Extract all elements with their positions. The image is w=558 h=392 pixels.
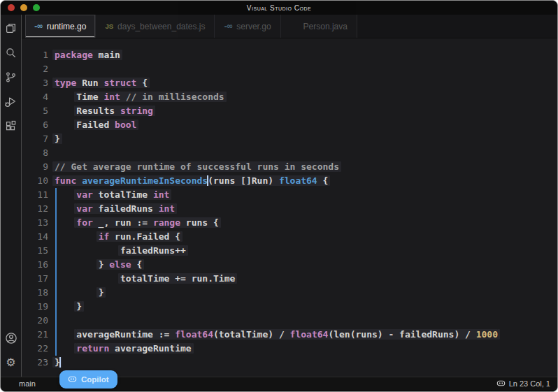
code-line[interactable]: 21 averageRuntime := float64(totalTime) … [22, 328, 557, 342]
code-line[interactable]: 15 failedRuns++ [22, 244, 557, 258]
java-file-icon [290, 22, 299, 31]
tab-bar: -∞runtime.goJSdays_between_dates.js-∞ser… [22, 15, 557, 38]
close-window-button[interactable] [8, 4, 15, 11]
line-number: 17 [22, 272, 48, 286]
copilot-icon [496, 379, 506, 389]
code-line[interactable]: 12 var failedRuns int [22, 202, 557, 216]
line-number: 22 [22, 342, 48, 356]
code-line[interactable]: 4 Time int // in milliseconds [22, 90, 557, 104]
tab-person-java[interactable]: Person.java [281, 15, 357, 38]
text-cursor [59, 357, 61, 368]
code-line[interactable]: 9// Get average runtime of successful ru… [22, 160, 557, 174]
explorer-icon [5, 22, 17, 34]
code-line[interactable]: 3type Run struct { [22, 76, 557, 90]
run-debug-icon [5, 96, 17, 108]
tab-runtime-go[interactable]: -∞runtime.go [25, 15, 96, 38]
code-line[interactable]: 13 for _, run := range runs { [22, 216, 557, 230]
line-number: 19 [22, 300, 48, 314]
line-number: 11 [22, 188, 48, 202]
copilot-icon [68, 375, 77, 385]
line-number: 12 [22, 202, 48, 216]
line-number: 13 [22, 216, 48, 230]
activity-account[interactable] [3, 330, 20, 347]
branch-label: main [19, 379, 36, 388]
search-icon [5, 47, 17, 59]
activity-explorer[interactable] [3, 20, 20, 36]
code-line[interactable]: 14 if run.Failed { [22, 230, 557, 244]
line-number: 18 [22, 286, 48, 300]
tab-label: runtime.go [47, 22, 87, 31]
activity-source-control[interactable] [3, 68, 20, 85]
code-line[interactable]: 1package main [22, 48, 557, 62]
line-number: 16 [22, 258, 48, 272]
tab-days-between-dates-js[interactable]: JSdays_between_dates.js [96, 15, 215, 38]
line-number: 20 [22, 314, 48, 328]
tab-label: days_between_dates.js [117, 22, 205, 31]
code-line[interactable]: 5 Results string [22, 104, 557, 118]
go-file-icon: -∞ [224, 22, 232, 31]
code-line[interactable]: 2 [22, 62, 557, 76]
tab-label: server.go [236, 22, 271, 31]
zoom-window-button[interactable] [33, 4, 40, 11]
code-editor[interactable]: 1package main23type Run struct {4 Time i… [22, 38, 557, 377]
line-number: 15 [22, 244, 48, 258]
line-number: 4 [22, 90, 48, 104]
js-file-icon: JS [105, 22, 113, 30]
copilot-status[interactable]: Ln 23 Col, 1 [496, 379, 550, 389]
window-title: Visual Studio Code [1, 4, 557, 12]
extensions-icon [5, 120, 17, 132]
vscode-window: Visual Studio Code ⚙ -∞runtime.goJSdays_… [0, 0, 558, 392]
copilot-badge[interactable]: Copilot [59, 370, 117, 389]
copilot-badge-label: Copilot [81, 375, 109, 384]
code-line[interactable]: 20 [22, 314, 557, 328]
cursor-position: Ln 23 Col, 1 [509, 379, 550, 388]
branch-status[interactable]: main [8, 379, 36, 389]
traffic-lights [8, 4, 40, 11]
active-indent-guide [55, 188, 57, 356]
line-number: 7 [22, 132, 48, 146]
line-number: 10 [22, 174, 48, 188]
code-line[interactable]: 11 var totalTime int [22, 188, 557, 202]
go-file-icon: -∞ [34, 22, 43, 31]
tab-server-go[interactable]: -∞server.go [215, 15, 280, 38]
activity-settings[interactable]: ⚙ [3, 354, 20, 371]
activity-run-debug[interactable] [3, 93, 20, 110]
line-number: 9 [22, 160, 48, 174]
line-number: 8 [22, 146, 48, 160]
line-number: 1 [22, 48, 48, 62]
code-line[interactable]: 18 } [22, 286, 557, 300]
code-line[interactable]: 8 [22, 146, 557, 160]
code-line[interactable]: 17 totalTime += run.Time [22, 272, 557, 286]
code-line[interactable]: 19 } [22, 300, 557, 314]
line-number: 21 [22, 328, 48, 342]
line-number: 2 [22, 62, 48, 76]
title-bar: Visual Studio Code [1, 1, 557, 15]
settings-icon: ⚙ [6, 357, 15, 368]
minimize-window-button[interactable] [20, 4, 27, 11]
line-number: 3 [22, 76, 48, 90]
code-line[interactable]: 22 return averageRuntime [22, 342, 557, 356]
line-number: 6 [22, 118, 48, 132]
tab-label: Person.java [303, 22, 348, 31]
activity-extensions[interactable] [3, 117, 20, 134]
code-line[interactable]: 7} [22, 132, 557, 146]
line-number: 23 [22, 356, 48, 370]
code-line[interactable]: 16 } else { [22, 258, 557, 272]
line-number: 5 [22, 104, 48, 118]
source-control-icon [5, 71, 17, 83]
code-line[interactable]: 10func averageRuntimeInSeconds(runs []Ru… [22, 174, 557, 188]
activity-bar: ⚙ [1, 15, 22, 377]
git-branch-icon [8, 379, 15, 389]
code-line[interactable]: 6 Failed bool [22, 118, 557, 132]
code-line[interactable]: 23} [22, 356, 557, 370]
account-icon [5, 332, 17, 344]
line-number: 14 [22, 230, 48, 244]
activity-search[interactable] [3, 44, 20, 61]
